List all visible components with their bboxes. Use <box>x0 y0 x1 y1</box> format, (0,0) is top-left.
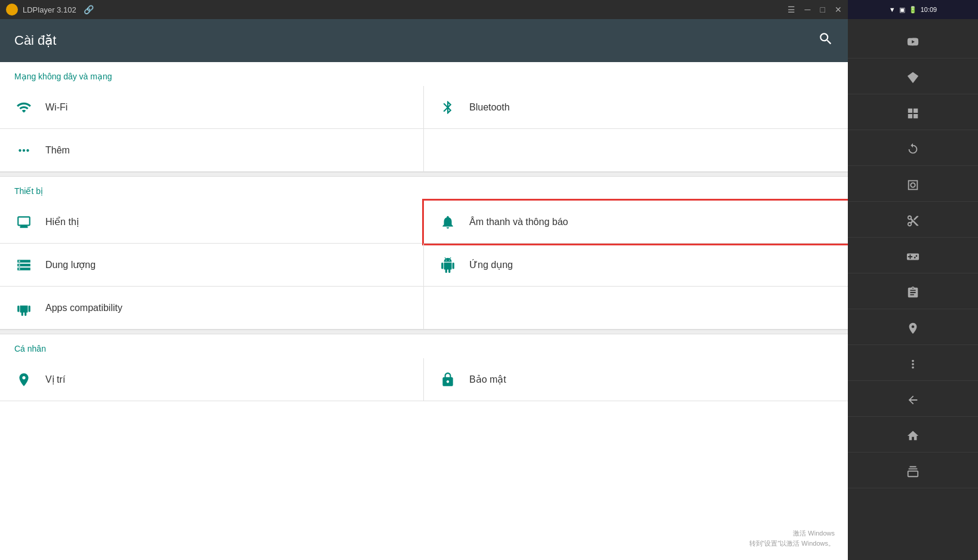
window-controls: ☰ ─ □ ✕ <box>788 5 842 14</box>
setting-wifi[interactable]: Wi-Fi <box>0 86 424 129</box>
bluetooth-icon <box>438 100 457 115</box>
sidebar-icon-location[interactable] <box>848 312 978 345</box>
sidebar-icon-diamond[interactable] <box>848 61 978 94</box>
sidebar-icon-home[interactable] <box>848 419 978 453</box>
sidebar-tools <box>848 19 978 488</box>
app-title: LDPlayer 3.102 <box>23 5 76 14</box>
title-bar: LDPlayer 3.102 🔗 ☰ ─ □ ✕ <box>0 0 848 19</box>
sidebar-icon-screenshot[interactable] <box>848 168 978 202</box>
sidebar-top-bar: ▼ ▣ 🔋 10:09 <box>848 0 978 19</box>
section-header-device: Thiết bị <box>0 177 848 201</box>
setting-storage[interactable]: Dung lượng <box>0 244 424 287</box>
setting-sound[interactable]: Âm thanh và thông báo <box>424 201 848 244</box>
setting-apps[interactable]: Ứng dụng <box>424 244 848 287</box>
apps-label: Ứng dụng <box>469 259 513 270</box>
app-icon <box>6 4 18 16</box>
wifi-icon: ▼ <box>889 6 896 13</box>
sidebar-icon-clipboard[interactable] <box>848 276 978 309</box>
watermark-line2: 转到"设置"以激活 Windows。 <box>749 539 835 549</box>
location-label: Vị trí <box>45 374 65 385</box>
wifi-icon <box>14 100 33 115</box>
setting-display[interactable]: Hiển thị <box>0 201 424 244</box>
watermark-line1: 激活 Windows <box>749 528 835 539</box>
windows-watermark: 激活 Windows 转到"设置"以激活 Windows。 <box>749 528 835 548</box>
section-header-network: Mạng không dây và mạng <box>0 62 848 86</box>
sound-label: Âm thanh và thông báo <box>469 217 568 227</box>
setting-apps-compat[interactable]: Apps compatibility <box>0 287 424 330</box>
android2-icon <box>14 300 33 316</box>
display-icon <box>14 214 33 230</box>
sidebar-icon-cut[interactable] <box>848 204 978 238</box>
storage-label: Dung lượng <box>45 259 96 270</box>
lock-icon <box>438 372 457 387</box>
storage-icon <box>14 257 33 273</box>
sidebar-icon-rotate[interactable] <box>848 133 978 166</box>
time-display: 10:09 <box>921 6 937 13</box>
battery-icon: 🔋 <box>909 6 917 14</box>
personal-settings-grid: Vị trí Bảo mật <box>0 358 848 401</box>
title-bar-link-icon: 🔗 <box>84 5 94 14</box>
close-button[interactable]: ✕ <box>835 5 842 14</box>
main-content: Cài đặt Mạng không dây và mạng Wi-Fi Blu… <box>0 19 848 560</box>
page-title: Cài đặt <box>14 33 818 48</box>
maximize-button[interactable]: □ <box>820 5 825 14</box>
location-icon <box>14 372 33 387</box>
sidebar-icon-more[interactable] <box>848 347 978 381</box>
wifi-label: Wi-Fi <box>45 102 67 113</box>
sidebar-icon-gamepad[interactable] <box>848 240 978 273</box>
bluetooth-label: Bluetooth <box>469 102 510 113</box>
device-settings-grid: Hiển thị Âm thanh và thông báo Dung lượn… <box>0 201 848 330</box>
menu-button[interactable]: ☰ <box>788 5 795 14</box>
app-header: Cài đặt <box>0 19 848 62</box>
setting-more-network[interactable]: Thêm <box>0 129 424 172</box>
bell-icon <box>438 214 457 230</box>
status-bar: ▼ ▣ 🔋 10:09 <box>889 6 937 14</box>
setting-bluetooth[interactable]: Bluetooth <box>424 86 848 129</box>
empty-cell-2 <box>424 287 848 330</box>
sidebar-icon-youtube[interactable] <box>848 25 978 59</box>
apps-compat-label: Apps compatibility <box>45 303 122 313</box>
more-network-label: Thêm <box>45 145 70 156</box>
divider-2 <box>0 330 848 334</box>
more-icon <box>14 143 33 158</box>
sim-icon: ▣ <box>899 6 905 14</box>
display-label: Hiển thị <box>45 216 79 227</box>
app-logo: LDPlayer 3.102 🔗 <box>6 4 94 16</box>
setting-security[interactable]: Bảo mật <box>424 358 848 401</box>
section-header-personal: Cá nhân <box>0 334 848 358</box>
right-sidebar: ▼ ▣ 🔋 10:09 <box>848 0 978 560</box>
search-button[interactable] <box>818 31 834 50</box>
setting-location[interactable]: Vị trí <box>0 358 424 401</box>
divider-1 <box>0 172 848 177</box>
minimize-button[interactable]: ─ <box>805 5 811 14</box>
security-label: Bảo mật <box>469 374 506 385</box>
sidebar-icon-back[interactable] <box>848 383 978 417</box>
sidebar-icon-grid[interactable] <box>848 97 978 130</box>
android-icon <box>438 257 457 273</box>
empty-cell-1 <box>424 129 848 172</box>
sidebar-icon-recent[interactable] <box>848 455 978 488</box>
network-settings-grid: Wi-Fi Bluetooth Thêm <box>0 86 848 172</box>
